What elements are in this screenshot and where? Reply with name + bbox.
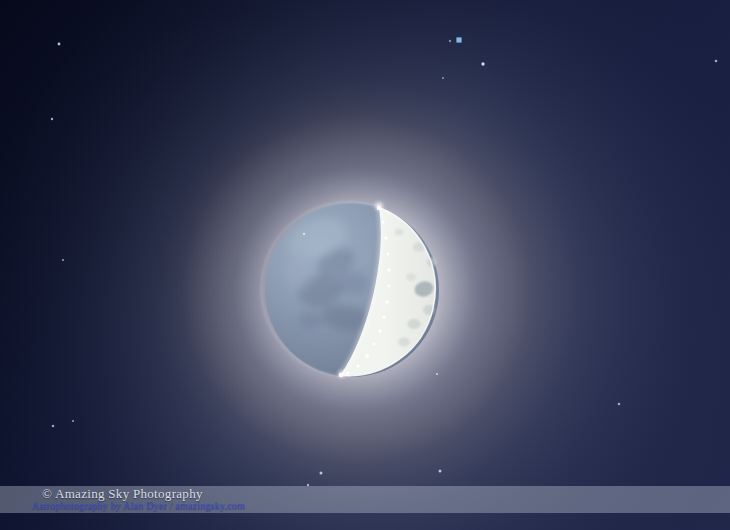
top-cusp-glow [376, 203, 383, 210]
bright-crater-speck [303, 233, 305, 235]
credit-text: Astrophotography by Alan Dyer / amazings… [32, 500, 730, 511]
star [51, 118, 53, 120]
star [320, 472, 323, 475]
watermark-bar: © Amazing Sky Photography Astrophotograp… [0, 486, 730, 513]
star [481, 62, 484, 65]
moon-sky-photograph [0, 0, 730, 530]
star [456, 37, 461, 42]
star [436, 373, 438, 375]
bottom-cusp-glow [339, 371, 345, 377]
star [439, 470, 442, 473]
star [72, 420, 74, 422]
star [715, 60, 718, 63]
star [62, 259, 64, 261]
star [618, 403, 621, 406]
star [52, 425, 55, 428]
copyright-text: © Amazing Sky Photography [42, 487, 730, 500]
star [442, 77, 444, 79]
star [449, 40, 451, 42]
photo-canvas: © Amazing Sky Photography Astrophotograp… [0, 0, 730, 530]
star [58, 43, 61, 46]
